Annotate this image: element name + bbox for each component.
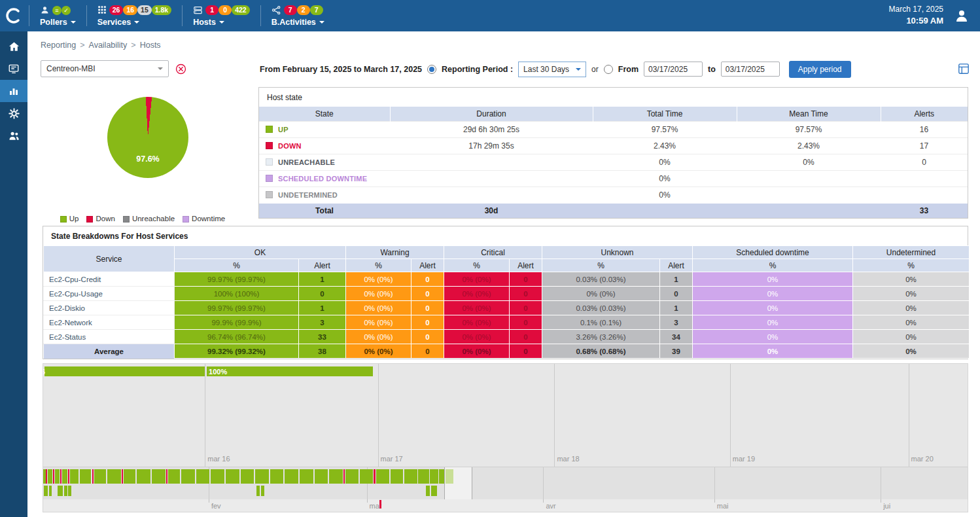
pollers-status-chip: ≡	[52, 6, 61, 15]
bd-group-header: Critical	[444, 246, 542, 259]
services-count-badge[interactable]: 26	[109, 5, 124, 15]
reporting-period-radio[interactable]	[427, 65, 436, 74]
hs-total-duration: 30d	[390, 203, 593, 218]
selector-up-segment	[49, 486, 52, 496]
clock: March 17, 2025 10:59 AM	[889, 4, 943, 27]
selector-up-segment	[241, 469, 254, 484]
axis-month-label: mai	[717, 502, 729, 510]
hosts-count-badge[interactable]: 0	[219, 5, 232, 15]
services-count-badge[interactable]: 15	[137, 5, 152, 15]
bactivities-count-badge[interactable]: 7	[284, 5, 297, 15]
from-label: From	[618, 65, 639, 74]
to-date-input[interactable]	[721, 62, 780, 77]
hs-mean_time-cell: 0%	[737, 154, 881, 170]
bd-sub-header-row: %Alert%Alert%Alert%Alert%%	[44, 259, 970, 272]
selector-up-segment	[360, 469, 373, 484]
bd-sub-header: %	[444, 259, 510, 272]
bd-warn_pct-cell: 0% (0%)	[346, 272, 411, 287]
nav-services[interactable]: 2616151.8k Services	[88, 0, 181, 31]
services-count-badge[interactable]: 16	[123, 5, 137, 15]
hosts-count-badge[interactable]: 1	[205, 5, 219, 15]
availability-bar-segment: 100%	[207, 366, 373, 376]
sidebar-item-administration[interactable]	[0, 124, 27, 147]
hs-state-cell: UNDETERMINED	[259, 187, 390, 203]
sidebar-item-configuration[interactable]	[0, 102, 27, 124]
custom-period-radio[interactable]	[604, 65, 613, 74]
legend-label: Up	[69, 213, 79, 224]
bd-sched_pct-cell: 0%	[693, 272, 853, 287]
sidebar-item-home[interactable]	[0, 35, 27, 58]
from-date-input[interactable]	[644, 62, 703, 77]
hs-alerts-cell: 0	[881, 154, 968, 170]
chevron-down-icon	[71, 21, 76, 24]
hs-mean_time-cell: 97.57%	[737, 121, 881, 137]
legend-swatch	[183, 216, 189, 223]
bd-sub-header: Alert	[510, 259, 542, 272]
bd-warn_alert-cell: 0	[411, 287, 444, 301]
timeline-gridline	[205, 364, 205, 467]
bd-unk_pct-cell: 0.68% (0.68%)	[542, 344, 660, 359]
breadcrumb-availability[interactable]: Availability	[89, 41, 128, 50]
hosts-icon	[193, 5, 203, 15]
axis-month-label: jui	[883, 502, 890, 510]
bd-crit_alert-cell: 0	[510, 344, 542, 359]
hs-col-header: Alerts	[881, 107, 968, 121]
selector-up-segment	[270, 469, 283, 484]
service-breakdowns-panel: State Breakdowns For Host Services Servi…	[43, 226, 968, 359]
sidebar-item-reporting[interactable]	[0, 80, 27, 102]
selector-up-segment	[94, 469, 106, 484]
bd-ok_alert-cell: 1	[299, 272, 346, 287]
timeline-range-selector[interactable]	[43, 467, 968, 499]
hs-mean_time-cell	[737, 187, 881, 203]
bd-undet_pct-cell: 0%	[853, 287, 970, 301]
chevron-down-icon	[158, 67, 163, 70]
clear-filter-button[interactable]	[175, 63, 186, 75]
bd-service-cell: Ec2-Status	[44, 330, 175, 344]
breadcrumb-hosts[interactable]: Hosts	[140, 41, 161, 50]
selector-down-segment	[374, 469, 376, 484]
breakdown-row: Ec2-Status96.74% (96.74%)330% (0%)00% (0…	[44, 330, 970, 344]
breakdown-row: Ec2-Diskio99.97% (99.97%)10% (0%)00% (0%…	[44, 301, 970, 315]
hosts-count-badge[interactable]: 422	[232, 5, 250, 15]
bd-sub-header: %	[175, 259, 299, 272]
host-group-select[interactable]: Centreon-MBI	[41, 60, 169, 77]
hs-state-cell: UP	[259, 121, 390, 137]
services-count-badge[interactable]: 1.8k	[152, 5, 171, 15]
breakdown-row: Ec2-Cpu-Usage100% (100%)00% (0%)00% (0%)…	[44, 287, 970, 301]
bactivities-count-badge[interactable]: 2	[297, 5, 310, 15]
bd-crit_alert-cell: 0	[510, 315, 542, 330]
timeline-zoom-area[interactable]: mar 16mar 17mar 18mar 19mar 206100%	[43, 364, 968, 467]
selector-down-segment	[53, 469, 54, 484]
selector-up-segment	[48, 469, 52, 484]
bd-crit_pct-cell: 0% (0%)	[444, 330, 510, 344]
apply-period-button[interactable]: Apply period	[789, 61, 851, 78]
selector-up-segment	[418, 469, 429, 484]
range-selection-window[interactable]	[444, 467, 472, 499]
chevron-down-icon	[319, 21, 324, 24]
hs-duration-cell	[390, 187, 593, 203]
bd-ok_pct-cell: 99.9% (99.9%)	[175, 315, 299, 330]
business-activities-icon	[271, 5, 281, 15]
centreon-logo[interactable]	[0, 0, 27, 31]
export-report-button[interactable]	[958, 63, 970, 75]
bd-ok_pct-cell: 99.97% (99.97%)	[175, 301, 299, 315]
nav-bactivities[interactable]: 727 B.Activities	[262, 0, 334, 31]
centreon-logo-icon	[5, 7, 22, 24]
bd-ok_alert-cell: 33	[299, 330, 346, 344]
breadcrumb-reporting[interactable]: Reporting	[41, 41, 76, 50]
state-color-square	[266, 158, 273, 166]
nav-hosts[interactable]: 10422 Hosts	[184, 0, 259, 31]
selector-up-segment	[64, 486, 67, 496]
hs-alerts-cell: 17	[881, 137, 968, 154]
selector-up-segment	[80, 469, 92, 484]
bd-unk_pct-cell: 0% (0%)	[542, 287, 660, 301]
nav-pollers[interactable]: ≡✓ Pollers	[31, 0, 85, 31]
bd-crit_alert-cell: 0	[510, 272, 542, 287]
timeline-date-label: mar 19	[733, 455, 755, 463]
period-select[interactable]: Last 30 Days	[518, 62, 586, 77]
sidebar-item-monitoring[interactable]	[0, 58, 27, 80]
timeline-gridline	[730, 364, 731, 467]
bactivities-count-badge[interactable]: 7	[310, 5, 323, 15]
user-menu-button[interactable]	[954, 8, 970, 24]
selector-up-segment	[376, 469, 389, 484]
